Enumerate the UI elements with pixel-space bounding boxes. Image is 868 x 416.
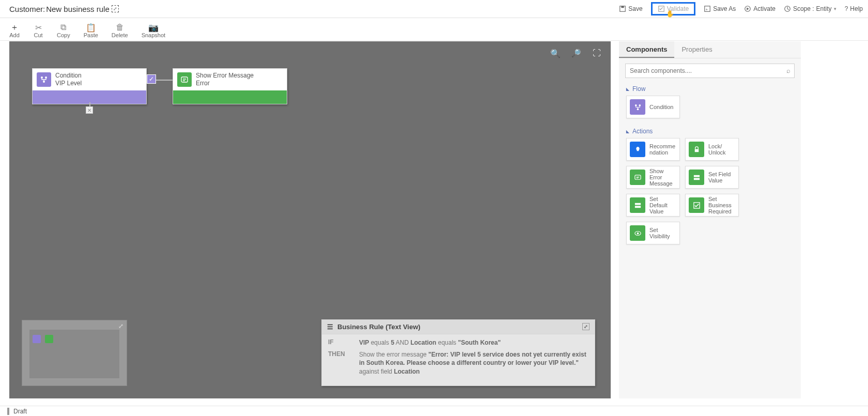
textview-expand-icon[interactable]: ⤢ — [582, 323, 590, 330]
svg-rect-19 — [634, 206, 640, 208]
svg-rect-18 — [634, 203, 640, 205]
components-panel: Components Properties ⌕ Flow Condition A… — [619, 41, 801, 398]
svg-text:+: + — [706, 7, 708, 12]
lock-icon — [689, 142, 704, 157]
comp-recommendation[interactable]: Recomme ndation — [626, 138, 680, 161]
chevron-down-icon: ▾ — [834, 6, 836, 11]
zoom-in-icon[interactable]: 🔍 — [551, 49, 560, 58]
cut-button[interactable]: ✂Cut — [33, 23, 43, 40]
status-text: Draft — [13, 408, 27, 415]
cut-label: Cut — [34, 32, 42, 38]
help-label: Help — [850, 5, 863, 12]
condition-true-icon: ✓ — [147, 74, 156, 84]
minimap[interactable]: ⤢ — [22, 320, 127, 386]
svg-point-12 — [639, 104, 641, 106]
condition-subtitle: VIP Level — [55, 80, 82, 87]
validate-label: Validate — [667, 5, 689, 12]
then-keyword: THEN — [328, 350, 359, 376]
comp-condition-label: Condition — [649, 104, 673, 110]
fit-screen-icon[interactable]: ⛶ — [592, 49, 601, 58]
condition-comp-icon — [630, 99, 645, 115]
if-keyword: IF — [328, 338, 359, 347]
snapshot-label: Snapshot — [142, 32, 165, 38]
paste-button[interactable]: 📋Paste — [84, 23, 98, 40]
saveas-label: Save As — [713, 5, 736, 12]
scope-value: Entity — [816, 5, 832, 12]
error-node[interactable]: Show Error Message Error — [173, 68, 287, 104]
textview-title: Business Rule (Text View) — [337, 323, 421, 331]
status-indicator-icon — [7, 408, 9, 415]
svg-rect-10 — [181, 77, 188, 82]
section-flow[interactable]: Flow — [619, 83, 801, 96]
copy-button[interactable]: ⧉Copy — [57, 23, 70, 40]
save-button[interactable]: Save — [619, 5, 642, 12]
minimap-err-icon — [45, 335, 53, 343]
minimap-viewport — [29, 330, 119, 378]
svg-point-9 — [43, 81, 45, 83]
comp-lock-label: Lock/ Unlock — [708, 143, 726, 156]
status-bar: Draft — [0, 406, 868, 416]
error-title: Show Error Message — [196, 72, 254, 80]
help-icon: ? — [845, 5, 848, 12]
lightbulb-icon — [630, 142, 645, 157]
title-prefix: Customer: — [9, 5, 45, 13]
comp-setfield[interactable]: Set Field Value — [685, 166, 739, 189]
search-icon[interactable]: ⌕ — [786, 67, 791, 74]
zoom-out-icon[interactable]: 🔎 — [571, 49, 581, 58]
add-label: Add — [9, 32, 20, 38]
svg-point-13 — [637, 108, 639, 110]
expand-title-icon[interactable]: ⤢ — [112, 5, 119, 12]
copy-label: Copy — [57, 32, 70, 38]
comp-setdefault[interactable]: Set Default Value — [626, 194, 680, 217]
plus-icon: ＋ — [9, 23, 20, 32]
field-icon — [689, 170, 704, 185]
header-actions: Save Validate ✋ + Save As Activate Scope… — [619, 2, 863, 16]
minimap-expand-icon[interactable]: ⤢ — [118, 322, 123, 330]
paste-label: Paste — [84, 32, 98, 38]
scope-dropdown[interactable]: Scope : Entity ▾ — [784, 5, 836, 12]
condition-title: Condition — [55, 72, 82, 80]
delete-button[interactable]: 🗑Delete — [112, 23, 128, 40]
comp-setdefault-label: Set Default Value — [649, 196, 676, 214]
svg-point-8 — [45, 76, 47, 79]
condition-false-icon[interactable]: ✕ — [86, 106, 93, 114]
save-label: Save — [628, 5, 642, 12]
activate-label: Activate — [753, 5, 776, 12]
error-strip — [173, 90, 287, 104]
designer-canvas[interactable]: 🔍 🔎 ⛶ Condition VIP Level ✕ ✓ — [9, 41, 611, 398]
window-header: Customer: New business rule ⤢ Save Valid… — [0, 0, 868, 18]
saveas-button[interactable]: + Save As — [704, 5, 736, 12]
error-action-icon — [177, 72, 192, 87]
svg-rect-16 — [693, 175, 699, 177]
delete-label: Delete — [112, 32, 128, 38]
validate-button[interactable]: Validate ✋ — [651, 2, 695, 16]
activate-button[interactable]: Activate — [744, 5, 776, 12]
comp-setvisibility[interactable]: Set Visibility — [626, 222, 680, 244]
condition-node[interactable]: Condition VIP Level — [32, 68, 147, 104]
scope-label: Scope : — [793, 5, 814, 12]
help-button[interactable]: ? Help — [845, 5, 863, 12]
tab-components[interactable]: Components — [619, 41, 674, 58]
message-icon — [630, 170, 645, 185]
tab-properties[interactable]: Properties — [674, 41, 719, 58]
section-actions[interactable]: Actions — [619, 126, 801, 138]
comp-setfield-label: Set Field Value — [708, 171, 731, 183]
comp-lock[interactable]: Lock/ Unlock — [685, 138, 739, 161]
clipboard-icon: 📋 — [86, 23, 96, 32]
comp-showerror[interactable]: Show Error Message — [626, 166, 680, 189]
comp-bizrequired-label: Set Business Required — [708, 196, 732, 214]
add-button[interactable]: ＋Add — [9, 23, 20, 40]
comp-recommendation-label: Recomme ndation — [649, 143, 675, 156]
svg-rect-1 — [622, 6, 624, 8]
default-icon — [630, 197, 645, 213]
minimap-cond-icon — [33, 335, 41, 343]
comp-bizrequired[interactable]: Set Business Required — [685, 194, 739, 217]
comp-condition[interactable]: Condition — [626, 96, 680, 118]
condition-icon — [37, 72, 51, 87]
textview-icon: ☰ — [327, 323, 333, 331]
then-expression: Show the error message "Error: VIP level… — [359, 350, 588, 376]
trash-icon: 🗑 — [115, 23, 125, 32]
search-input[interactable] — [625, 64, 795, 78]
snapshot-button[interactable]: 📷Snapshot — [142, 23, 165, 40]
title-name[interactable]: New business rule — [46, 5, 110, 13]
